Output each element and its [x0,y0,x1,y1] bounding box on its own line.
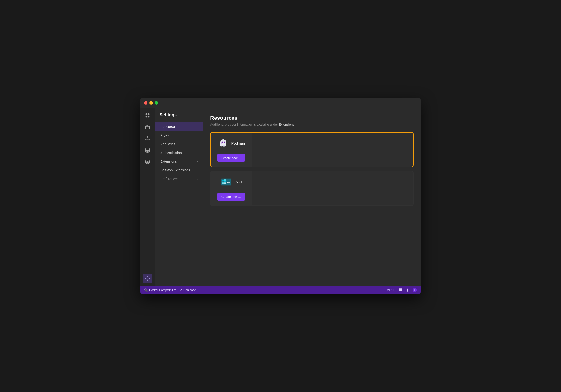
sidebar-item-pods[interactable] [143,134,152,143]
svg-point-16 [224,142,225,142]
svg-point-21 [225,143,226,144]
kind-name: Kind [234,180,242,184]
kind-provider-card: kind Kind Create new ... [210,171,413,206]
sidebar-item-images[interactable] [143,145,152,155]
maximize-button[interactable] [155,101,158,105]
svg-rect-3 [148,116,150,117]
compose-item[interactable]: ✓ Compose [180,288,196,292]
chevron-right-icon-2: › [197,177,198,180]
version-label: v1.1.0 [387,288,395,292]
podman-header-row: Podman [217,137,245,149]
svg-rect-2 [146,116,147,117]
podman-create-button[interactable]: Create new ... [217,154,245,162]
podman-provider-card: Podman Create new ... [210,132,413,167]
svg-point-20 [221,143,222,144]
close-button[interactable] [144,101,148,105]
help-icon[interactable]: ? [412,288,417,292]
chevron-right-icon: › [197,160,198,163]
kind-icon: kind [220,176,232,188]
page-subtitle: Additional provider information is avail… [210,123,413,126]
svg-rect-24 [222,182,224,183]
nav-item-proxy[interactable]: Proxy [155,131,203,140]
docker-compat-label: Docker Compatibility [149,288,176,292]
check-icon: ✓ [180,288,182,292]
titlebar [140,98,421,108]
svg-rect-4 [146,126,150,129]
sidebar-item-containers[interactable] [143,122,152,132]
docker-compat-icon: 🔌 [144,288,148,292]
nav-item-registries[interactable]: Registries [155,140,203,148]
app-body: Settings Resources Proxy Registries Auth… [140,108,421,286]
svg-point-6 [147,136,148,137]
svg-point-18 [223,145,224,146]
statusbar-right: v1.1.0 ? [387,288,417,292]
nav-item-desktop-extensions[interactable]: Desktop Extensions [155,166,203,174]
main-content: Resources Additional provider informatio… [203,108,421,286]
kind-provider-right [252,171,413,206]
nav-item-resources[interactable]: Resources [155,122,203,131]
svg-rect-23 [222,180,224,181]
statusbar-left: 🔌 Docker Compatibility ✓ Compose [144,288,387,292]
minimize-button[interactable] [150,101,153,105]
compose-label: Compose [183,288,196,292]
docker-compat-item[interactable]: 🔌 Docker Compatibility [144,288,176,292]
svg-rect-25 [222,183,224,185]
app-window: Settings Resources Proxy Registries Auth… [140,98,421,294]
kind-header-row: kind Kind [220,176,242,188]
svg-text:kind: kind [227,181,230,183]
podman-icon [217,137,229,149]
svg-point-5 [147,138,148,139]
settings-title: Settings [155,112,203,122]
svg-rect-0 [146,113,147,115]
nav-item-authentication[interactable]: Authentication [155,148,203,157]
podman-provider-right [252,132,413,167]
svg-point-7 [149,139,150,140]
sidebar-item-volumes[interactable] [143,157,152,167]
svg-point-15 [222,142,223,142]
bell-icon[interactable] [405,288,410,292]
podman-name: Podman [231,141,245,145]
chat-icon[interactable] [398,288,402,292]
kind-provider-left: kind Kind Create new ... [211,171,252,206]
traffic-lights [144,101,158,105]
kind-create-button[interactable]: Create new ... [217,193,245,201]
sidebar-item-dashboard[interactable] [143,110,152,120]
page-title: Resources [210,115,413,121]
svg-rect-28 [224,183,226,184]
settings-icon-button[interactable] [143,274,152,283]
svg-point-19 [224,145,225,146]
svg-rect-27 [224,181,226,183]
nav-item-preferences[interactable]: Preferences › [155,174,203,183]
svg-rect-1 [148,113,150,115]
svg-point-9 [146,160,150,162]
nav-item-extensions[interactable]: Extensions › [155,157,203,166]
svg-point-8 [145,139,146,140]
icon-sidebar [140,108,155,286]
svg-rect-26 [224,179,226,181]
podman-provider-left: Podman Create new ... [211,132,252,167]
nav-panel: Settings Resources Proxy Registries Auth… [155,108,203,286]
svg-point-10 [147,278,148,279]
extensions-link[interactable]: Extensions [279,123,294,126]
statusbar: 🔌 Docker Compatibility ✓ Compose v1.1.0 … [140,286,421,294]
svg-point-17 [221,145,222,146]
